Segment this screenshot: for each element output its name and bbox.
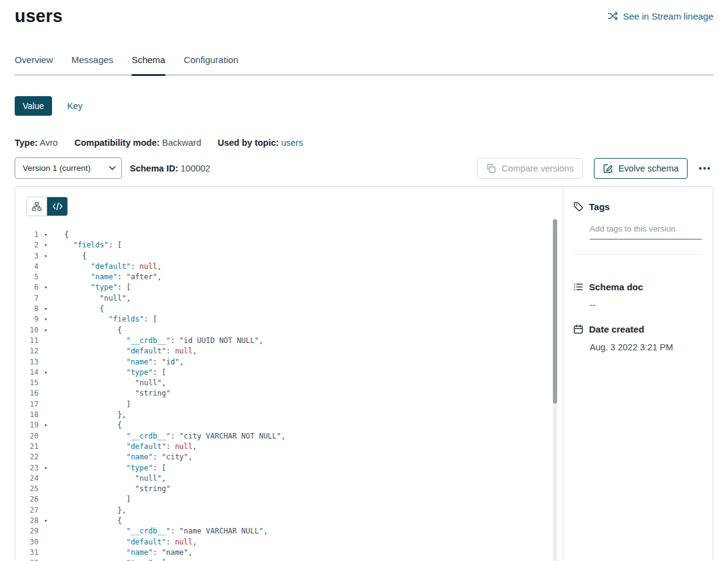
- code-scrollbar-thumb[interactable]: [553, 219, 557, 404]
- value-toggle-button[interactable]: Value: [15, 96, 52, 116]
- line-number: 17: [15, 399, 39, 410]
- stream-lineage-label: See in Stream lineage: [623, 11, 713, 21]
- code-line: 5 "name": "after",: [15, 272, 563, 282]
- version-toolbar: Version 1 (current) Schema ID: 100002 Co…: [15, 157, 713, 179]
- code-line: 27 },: [15, 505, 563, 516]
- code-line: 9▾ "fields": [: [15, 314, 563, 325]
- page-title: users: [15, 6, 62, 26]
- fold-toggle-icon[interactable]: ▾: [39, 251, 64, 262]
- code-text: "type": [: [64, 463, 166, 473]
- line-number: 12: [15, 346, 39, 356]
- code-line: 20 "__crdb__": "city VARCHAR NOT NULL",: [15, 431, 563, 442]
- code-text: "name": "city",: [64, 452, 193, 462]
- fold-spacer: [39, 494, 64, 505]
- compare-versions-button[interactable]: Compare versions: [477, 158, 583, 179]
- fold-toggle-icon[interactable]: ▾: [39, 230, 64, 240]
- schema-doc-value: --: [590, 300, 702, 310]
- schema-doc-section-header: Schema doc: [573, 282, 702, 292]
- tab-messages[interactable]: Messages: [72, 55, 113, 74]
- used-by-topic: Used by topic: users: [217, 138, 302, 148]
- fold-spacer: [39, 431, 64, 442]
- line-number: 8: [15, 304, 39, 314]
- fold-toggle-icon[interactable]: ▾: [39, 325, 64, 336]
- fold-toggle-icon[interactable]: ▾: [39, 558, 64, 561]
- code-text: "name": "name",: [64, 548, 193, 558]
- key-toggle-link[interactable]: Key: [67, 101, 83, 111]
- line-number: 16: [15, 388, 39, 399]
- line-number: 25: [15, 484, 39, 494]
- fold-spacer: [39, 378, 64, 388]
- fold-toggle-icon[interactable]: ▾: [39, 282, 64, 293]
- code-line: 32▾ "type": [: [15, 558, 563, 561]
- code-line: 14▾ "type": [: [15, 367, 563, 378]
- line-number: 20: [15, 431, 39, 442]
- code-scrollbar-track[interactable]: [553, 219, 557, 561]
- line-number: 14: [15, 367, 39, 378]
- fold-spacer: [39, 272, 64, 282]
- code-text: ]: [64, 399, 130, 410]
- code-text: "default": null,: [64, 442, 197, 452]
- tab-overview[interactable]: Overview: [15, 55, 53, 74]
- line-number: 26: [15, 494, 39, 505]
- evolve-schema-label: Evolve schema: [618, 164, 678, 173]
- code-line: 4 "default": null,: [15, 262, 563, 272]
- fold-toggle-icon[interactable]: ▾: [39, 463, 64, 473]
- line-number: 6: [15, 282, 39, 293]
- fold-spacer: [39, 548, 64, 558]
- fold-spacer: [39, 537, 64, 548]
- code-line: 15 "null",: [15, 378, 563, 388]
- schema-sidebar: Tags Schema doc --: [563, 187, 713, 561]
- code-line: 10▾ {: [15, 325, 563, 336]
- compatibility-mode: Compatibility mode: Backward: [74, 138, 201, 148]
- tree-view-icon: [32, 201, 42, 211]
- evolve-schema-button[interactable]: Evolve schema: [594, 158, 688, 179]
- fold-toggle-icon[interactable]: ▾: [39, 516, 64, 526]
- code-text: "__crdb__": "city VARCHAR NOT NULL",: [64, 431, 285, 442]
- stream-lineage-link[interactable]: See in Stream lineage: [607, 10, 713, 21]
- line-number: 2: [15, 240, 39, 250]
- fold-toggle-icon[interactable]: ▾: [39, 420, 64, 431]
- line-number: 3: [15, 251, 39, 262]
- code-line: 2▾ "fields": [: [15, 240, 563, 250]
- add-tags-input[interactable]: [590, 224, 702, 239]
- topic-link[interactable]: users: [281, 138, 302, 148]
- schema-card: 1▾{2▾ "fields": [3▾ {4 "default": null,5…: [15, 186, 713, 561]
- fold-toggle-icon[interactable]: ▾: [39, 240, 64, 250]
- fold-spacer: [39, 526, 64, 537]
- schema-id-value: 100002: [181, 164, 210, 173]
- code-text: "fields": [: [64, 314, 157, 325]
- page-header: users See in Stream lineage: [15, 0, 713, 26]
- code-view-button[interactable]: [47, 197, 67, 216]
- more-options-button[interactable]: •••: [697, 162, 713, 175]
- tree-view-button[interactable]: [27, 197, 47, 216]
- fold-spacer: [39, 293, 64, 304]
- code-text: {: [64, 420, 122, 431]
- tab-configuration[interactable]: Configuration: [184, 55, 238, 74]
- code-line: 6▾ "type": [: [15, 282, 563, 293]
- line-number: 5: [15, 272, 39, 282]
- fold-spacer: [39, 399, 64, 410]
- code-text: "default": null,: [64, 537, 197, 548]
- line-number: 11: [15, 336, 39, 346]
- code-line: 24 "null",: [15, 473, 563, 484]
- code-line: 30 "default": null,: [15, 537, 563, 548]
- code-text: ]: [64, 494, 130, 505]
- version-select-wrap: Version 1 (current): [15, 157, 122, 179]
- tab-schema[interactable]: Schema: [132, 55, 165, 74]
- code-line: 19▾ {: [15, 420, 563, 431]
- fold-toggle-icon[interactable]: ▾: [39, 314, 64, 325]
- fold-toggle-icon[interactable]: ▾: [39, 304, 64, 314]
- code-line: 11 "__crdb__": "id UUID NOT NULL",: [15, 336, 563, 346]
- date-created-section-header: Date created: [573, 324, 702, 334]
- line-number: 31: [15, 548, 39, 558]
- tab-bar: Overview Messages Schema Configuration: [15, 55, 713, 76]
- version-select[interactable]: Version 1 (current): [15, 157, 122, 179]
- code-text: "name": "id",: [64, 357, 184, 367]
- line-number: 10: [15, 325, 39, 336]
- code-text: },: [64, 505, 126, 516]
- stream-lineage-icon: [607, 10, 618, 21]
- fold-toggle-icon[interactable]: ▾: [39, 367, 64, 378]
- fold-spacer: [39, 484, 64, 494]
- code-text: "null",: [64, 378, 166, 388]
- fold-spacer: [39, 473, 64, 484]
